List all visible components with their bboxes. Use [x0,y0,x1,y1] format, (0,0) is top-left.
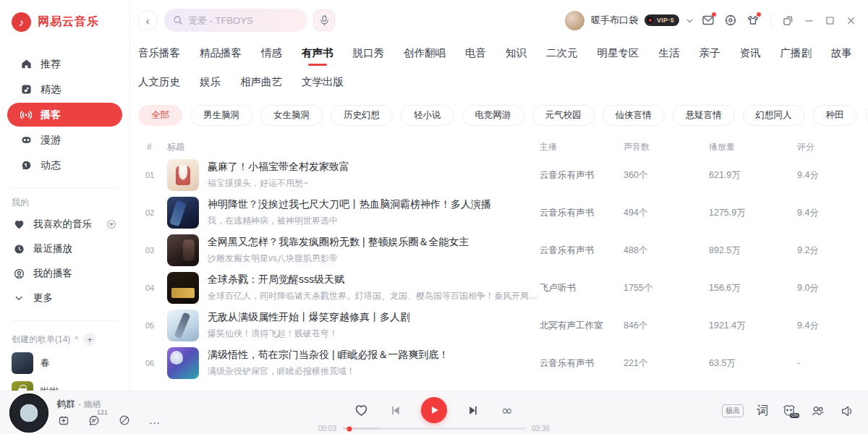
table-row[interactable]: 06 满级悟性，苟在宗门当杂役 | 睚眦必报＆一路爽到底！ 满级杂役铲屎官，睚眦… [138,344,858,382]
audiobook-cover[interactable] [167,234,199,266]
back-button[interactable]: ‹ [138,11,157,30]
host-name[interactable]: 云音乐有声书 [540,207,624,219]
mic-button[interactable] [313,9,335,31]
dislike-icon[interactable] [117,413,132,427]
more-icon[interactable]: … [148,413,162,427]
settings-icon[interactable] [723,12,739,28]
sidebar-item-roaming[interactable]: 漫游 [7,128,122,152]
audiobook-cover[interactable] [167,272,199,304]
audiobook-cover[interactable] [167,347,199,379]
tab-star-zone[interactable]: 明星专区 [597,46,639,66]
chip-male-fantasy[interactable]: 男生脑洞 [190,105,252,126]
progress-handle[interactable] [346,426,352,431]
audiobook-title[interactable]: 全球杀戮：开局觉醒sss级天赋 [208,273,540,286]
chip-all[interactable]: 全部 [138,105,182,126]
search-box[interactable] [164,9,307,32]
tab-crosstalk[interactable]: 相声曲艺 [240,75,282,95]
chip-light-novel[interactable]: 轻小说 [401,105,454,126]
listen-together-icon[interactable] [810,403,826,419]
user-avatar[interactable] [565,11,584,30]
track-artist[interactable]: 幽栖 [84,399,101,409]
tab-electronic[interactable]: 电音 [465,46,486,66]
tab-radio-drama[interactable]: 广播剧 [780,46,812,66]
chip-xianxia-romance[interactable]: 仙侠言情 [603,105,665,126]
table-row[interactable]: 05 无敌从满级属性开始丨爆笑穿越修真丨多人剧 爆笑仙侠！浪得飞起！贱破苍穹！ … [138,307,858,344]
theme-skin-icon[interactable] [745,12,761,28]
sidebar-item-feed[interactable]: 动态 [7,153,122,177]
tab-music-podcast[interactable]: 音乐播客 [138,46,180,66]
now-playing-text[interactable]: 鹤群 - 幽栖 [56,398,101,411]
tab-audiobook[interactable]: 有声书 [302,46,333,66]
audiobook-title[interactable]: 满级悟性，苟在宗门当杂役 | 睚眦必报＆一路爽到底！ [208,349,448,362]
chip-esports[interactable]: 电竞网游 [462,105,524,126]
audiobook-cover[interactable] [167,310,199,341]
sidebar-item-more[interactable]: 更多 [7,286,122,310]
playlist-item-spring[interactable]: 春 [0,349,129,378]
audiobook-title[interactable]: 无敌从满级属性开始丨爆笑穿越修真丨多人剧 [208,311,410,324]
like-icon[interactable] [353,402,369,418]
sidebar-item-recommend[interactable]: 推荐 [7,52,122,76]
collapse-icon[interactable]: ^ [75,336,78,344]
search-input[interactable] [188,15,289,26]
table-row[interactable]: 03 全网黑又怎样？我靠发疯圈粉无数 | 整顿娱乐圈＆全能女主 沙雕发癫女明星v… [138,231,858,269]
chip-fantasy-fanfic[interactable]: 幻想同人 [743,105,805,126]
volume-icon[interactable] [839,403,855,419]
tab-literature[interactable]: 文学出版 [302,75,344,95]
play-button[interactable] [421,397,447,423]
vip-badge[interactable]: VIP·5 [644,14,679,26]
add-playlist-button[interactable]: + [83,333,96,346]
collect-icon[interactable] [56,413,71,427]
now-playing-vinyl[interactable] [9,393,48,433]
table-row[interactable]: 04 全球杀戮：开局觉醒sss级天赋 全球百亿人，同时降临诸天杀戮世界。灯塔国、… [138,269,858,307]
mini-mode-icon[interactable] [780,13,795,27]
chip-history-fantasy[interactable]: 历史幻想 [331,105,393,126]
username[interactable]: 暖手布口袋 [591,14,638,27]
quality-badge[interactable]: 极高 [722,404,744,417]
minimize-icon[interactable] [801,13,816,27]
lyrics-icon[interactable]: 词 [757,404,768,419]
tab-news[interactable]: 资讯 [740,46,761,66]
app-logo[interactable]: ♪ 网易云音乐 [0,10,129,33]
audiobook-title[interactable]: 神明降世？没挨过我七尺大刀吧丨热血脑洞霸榜神作！多人演播 [208,198,491,211]
track-title[interactable]: 鹤群 [56,399,75,409]
sidebar-item-liked-music[interactable]: 我喜欢的音乐 [7,212,122,237]
table-row[interactable]: 01 赢麻了！小福宝带全村发家致富 福宝摸摸头，好运不用愁~ 云音乐有声书 36… [138,156,858,194]
comment-icon[interactable]: 121 [87,413,101,427]
tab-cover-creation[interactable]: 创作翻唱 [404,46,446,66]
tab-humanity-history[interactable]: 人文历史 [138,75,180,95]
infinity-mode-icon[interactable]: ∞ [499,402,515,418]
tab-life[interactable]: 生活 [659,46,680,66]
host-name[interactable]: 北冥有声工作室 [540,320,624,332]
audiobook-title[interactable]: 全网黑又怎样？我靠发疯圈粉无数 | 整顿娱乐圈＆全能女主 [208,236,469,249]
host-name[interactable]: 飞卢听书 [540,282,624,294]
audiobook-cover[interactable] [167,159,199,191]
sidebar-item-my-podcast[interactable]: 我的播客 [7,261,122,286]
close-icon[interactable] [843,13,858,27]
user-chevron-down-icon[interactable] [686,17,694,25]
chip-female-fantasy[interactable]: 女生脑洞 [260,105,323,126]
sidebar-item-podcast[interactable]: 播客 [7,103,122,127]
tab-knowledge[interactable]: 知识 [506,46,527,66]
chip-suspense-romance[interactable]: 悬疑言情 [673,105,735,126]
created-playlists-header[interactable]: 创建的歌单(14) ^ + [0,330,129,349]
host-name[interactable]: 云音乐有声书 [540,357,624,370]
tab-talkshow[interactable]: 脱口秀 [353,46,385,66]
next-track-icon[interactable] [465,402,481,418]
table-row[interactable]: 02 神明降世？没挨过我七尺大刀吧丨热血脑洞霸榜神作！多人演播 我，在逃精神病，… [138,194,858,231]
chip-campus[interactable]: 元气校园 [532,105,595,126]
tab-premium-podcast[interactable]: 精品播客 [200,46,242,66]
heart-mode-icon[interactable] [106,219,116,229]
maximize-icon[interactable] [822,13,837,27]
previous-track-icon[interactable] [387,402,403,418]
host-name[interactable]: 云音乐有声书 [540,244,624,257]
sidebar-item-featured[interactable]: 精选 [7,77,122,101]
host-name[interactable]: 云音乐有声书 [540,169,624,182]
tab-entertainment[interactable]: 娱乐 [200,75,221,95]
tab-parenting[interactable]: 亲子 [699,46,720,66]
chip-farming[interactable]: 种田 [813,105,857,126]
messages-icon[interactable] [700,12,716,28]
tab-story[interactable]: 故事 [831,46,852,66]
progress-bar[interactable] [343,427,525,430]
sound-effect-icon[interactable]: ON [781,403,797,419]
tab-acg[interactable]: 二次元 [546,46,578,66]
